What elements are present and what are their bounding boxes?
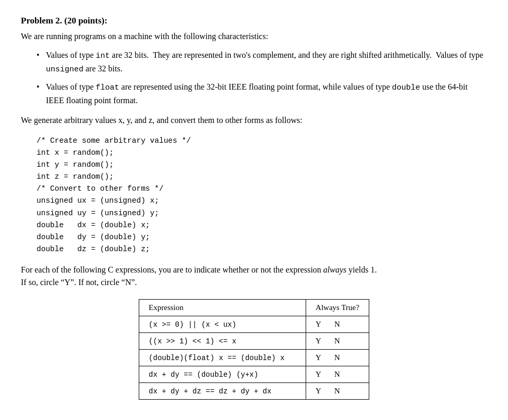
expr-2: ((x >> 1) << 1) <= x [139, 333, 306, 350]
table-row: dx + dy + dz == dz + dy + dx Y N [139, 383, 369, 400]
expr-4: dx + dy == (double) (y+x) [139, 366, 306, 383]
float-code: float [96, 83, 119, 92]
table-row: (double)(float) x == (double) x Y N [139, 350, 369, 366]
problem-container: Problem 2. (20 points): We are running p… [21, 16, 487, 400]
code-line-1: /* Create some arbitrary values */ [37, 135, 487, 147]
double-code: double [392, 83, 420, 92]
table-header-row: Expression Always True? [139, 300, 369, 316]
yn-4: Y N [306, 366, 369, 383]
header-expression: Expression [139, 300, 306, 316]
characteristics-list: Values of type int are 32 bits. They are… [37, 49, 487, 107]
expr-3: (double)(float) x == (double) x [139, 350, 306, 366]
for-each-text: For each of the following C expressions,… [21, 264, 487, 289]
code-line-6: unsigned ux = (unsigned) x; [37, 195, 487, 207]
table-row: dx + dy == (double) (y+x) Y N [139, 366, 369, 383]
code-line-7: unsigned uy = (unsigned) y; [37, 207, 487, 219]
yn-3: Y N [306, 350, 369, 366]
generate-text: We generate arbitrary values x, y, and z… [21, 114, 487, 127]
yn-1: Y N [306, 316, 369, 333]
bullet-int: Values of type int are 32 bits. They are… [37, 49, 487, 76]
code-line-4: int z = random(); [37, 171, 487, 183]
code-line-5: /* Convert to other forms */ [37, 183, 487, 195]
problem-title: Problem 2. (20 points): [21, 16, 487, 26]
yn-5: Y N [306, 383, 369, 400]
code-line-2: int x = random(); [37, 147, 487, 159]
always-italic: always [323, 265, 346, 274]
expr-5: dx + dy + dz == dz + dy + dx [139, 383, 306, 400]
code-line-8: double dx = (double) x; [37, 219, 487, 231]
header-always-true: Always True? [306, 300, 369, 316]
yn-2: Y N [306, 333, 369, 350]
expressions-table: Expression Always True? (x >= 0) || (x <… [139, 299, 369, 400]
int-code: int [96, 52, 110, 60]
bullet-float: Values of type float are represented usi… [37, 81, 487, 107]
code-line-3: int y = random(); [37, 159, 487, 171]
table-row: ((x >> 1) << 1) <= x Y N [139, 333, 369, 350]
intro-text: We are running programs on a machine wit… [21, 30, 487, 43]
table-wrapper: Expression Always True? (x >= 0) || (x <… [21, 299, 487, 400]
code-block: /* Create some arbitrary values */ int x… [37, 135, 487, 256]
code-line-10: double dz = (double) z; [37, 243, 487, 255]
expr-1: (x >= 0) || (x < ux) [139, 316, 306, 333]
unsigned-code: unsigned [46, 65, 83, 74]
code-line-9: double dy = (double) y; [37, 231, 487, 243]
table-row: (x >= 0) || (x < ux) Y N [139, 316, 369, 333]
